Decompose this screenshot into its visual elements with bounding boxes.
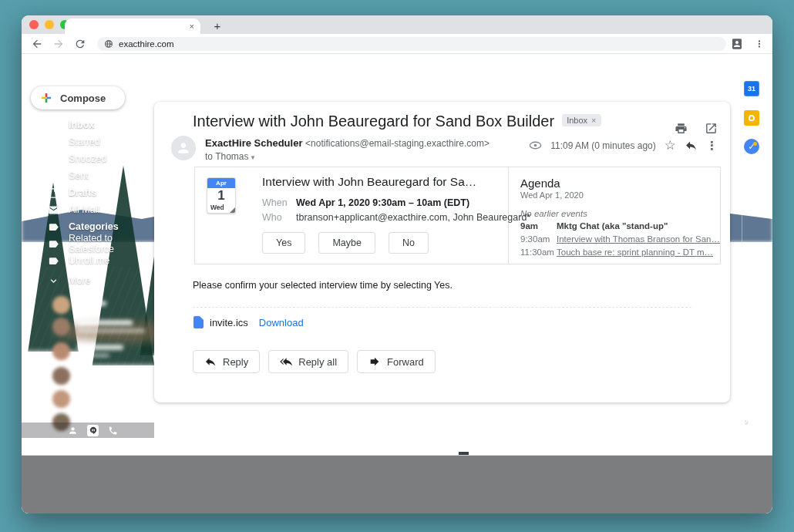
sidebar-item-inbox[interactable]: Inbox 14 — [22, 116, 150, 133]
sidebar-item-unrollme[interactable]: Unroll.me — [22, 252, 150, 269]
mark-unread-icon[interactable] — [286, 82, 299, 95]
sidebar-item-all-mail[interactable]: All Mail — [22, 201, 150, 218]
labels-icon[interactable] — [371, 82, 384, 95]
send-icon — [48, 170, 59, 182]
input-tools-icon[interactable] — [671, 82, 694, 95]
reply-icon[interactable] — [685, 139, 698, 152]
newer-chevron-icon[interactable]: ‹ — [640, 82, 643, 94]
agenda-event-link[interactable]: Interview with Thomas Branson for San… — [557, 234, 720, 244]
sidebar-item-sent[interactable]: Sent — [22, 167, 150, 184]
get-addons-icon[interactable]: + — [743, 187, 760, 202]
label-icon — [48, 221, 59, 233]
browser-tab-bar: × + — [22, 15, 772, 34]
chat-contact[interactable] — [52, 296, 106, 314]
contacts-icon[interactable] — [68, 426, 78, 436]
agenda-event: 11:30am Touch base re: sprint planning -… — [520, 247, 720, 258]
message-more-icon[interactable]: ⋮ — [706, 140, 718, 151]
calendar-icon[interactable]: 31 — [744, 81, 759, 96]
remove-label-icon[interactable]: × — [591, 116, 596, 125]
show-side-panel-chevron[interactable]: › — [745, 415, 748, 426]
site-globe-icon — [104, 39, 113, 49]
inbox-unread-count: 14 — [130, 120, 140, 130]
url-omnibox[interactable]: exacthire.com — [97, 37, 726, 51]
sender-name: ExactHire Scheduler — [205, 137, 302, 149]
compose-label: Compose — [60, 93, 106, 104]
agenda-event: 9am Mktg Chat (aka "stand-up" — [520, 221, 720, 231]
webpage: Compose Inbox 14 Starred Snoozed — [22, 54, 772, 513]
reload-icon[interactable] — [74, 38, 86, 50]
sidebar-item-more[interactable]: More — [22, 272, 150, 289]
print-icon[interactable] — [675, 122, 688, 135]
recipient-line[interactable]: to Thomas ▾ — [205, 151, 254, 162]
file-icon — [193, 316, 204, 328]
compose-button[interactable]: Compose — [31, 86, 125, 109]
sidebar-item-starred[interactable]: Starred — [22, 133, 150, 150]
snooze-icon[interactable] — [315, 82, 328, 95]
delete-icon[interactable] — [258, 82, 271, 95]
back-to-inbox-icon[interactable] — [168, 82, 181, 95]
clock-icon — [48, 153, 59, 165]
keep-icon[interactable] — [744, 110, 759, 126]
browser-address-bar: exacthire.com — [22, 34, 772, 54]
agenda-event-link[interactable]: Touch base re: sprint planning - DT m… — [557, 247, 713, 258]
chat-contact[interactable] — [52, 390, 117, 408]
rsvp-yes-button[interactable]: Yes — [262, 232, 305, 254]
minimize-window-button[interactable] — [45, 20, 54, 29]
reply-button[interactable]: Reply — [193, 350, 260, 373]
open-in-new-icon[interactable] — [705, 122, 718, 135]
tab-close-icon[interactable]: × — [190, 22, 194, 31]
close-window-button[interactable] — [29, 20, 39, 29]
rsvp-maybe-button[interactable]: Maybe — [318, 232, 375, 254]
sidebar-item-drafts[interactable]: Drafts — [22, 184, 150, 201]
move-to-icon[interactable] — [342, 82, 355, 95]
invite-title: Interview with John Beauregard for Sa… — [262, 175, 500, 189]
forward-arrow-icon — [368, 355, 381, 368]
more-options-icon[interactable] — [398, 82, 409, 95]
profile-badge-icon[interactable] — [731, 38, 743, 50]
calendar-invite-card: Apr 1 Wed Interview with John Beauregard… — [194, 167, 721, 264]
chat-contact[interactable] — [52, 342, 123, 360]
browser-tab[interactable]: × — [65, 19, 200, 34]
forward-button[interactable]: Forward — [357, 350, 436, 373]
inbox-label-chip[interactable]: Inbox× — [562, 114, 601, 126]
reply-arrow-icon — [204, 355, 217, 368]
reply-all-button[interactable]: Reply all — [268, 350, 348, 373]
chat-contact[interactable] — [52, 367, 130, 385]
settings-gear-icon[interactable] — [706, 82, 719, 95]
tasks-icon[interactable]: ✓ — [744, 139, 759, 154]
sender-avatar[interactable] — [171, 136, 196, 160]
back-icon[interactable] — [31, 38, 43, 50]
browser-menu-icon[interactable] — [754, 39, 765, 49]
rsvp-no-button[interactable]: No — [389, 232, 429, 254]
phone-icon[interactable] — [108, 426, 118, 436]
sender-email: <notifications@email-staging.exacthire.c… — [305, 138, 490, 149]
sidebar-item-snoozed[interactable]: Snoozed — [22, 150, 150, 167]
reply-all-arrow-icon — [280, 355, 292, 368]
inbox-icon — [48, 120, 59, 131]
hangouts-icon[interactable] — [87, 425, 99, 436]
new-tab-button[interactable]: + — [210, 18, 225, 33]
sidebar-bottom-bar — [22, 423, 154, 438]
sidebar-nav: Inbox 14 Starred Snoozed Sent — [22, 116, 150, 289]
attachment-download-link[interactable]: Download — [259, 317, 304, 328]
browser-window: × + exacthire.com — [22, 15, 772, 513]
archive-icon[interactable] — [201, 82, 214, 95]
star-message-icon[interactable]: ☆ — [664, 139, 676, 152]
forward-icon[interactable] — [52, 38, 65, 50]
envelope-icon — [48, 204, 59, 216]
url-text: exacthire.com — [119, 39, 174, 49]
agenda-date: Wed Apr 1, 2020 — [520, 190, 720, 200]
message-toolbar: 1 of 828 ‹ › — [154, 74, 730, 102]
star-icon — [48, 136, 59, 148]
side-panel-separator — [745, 170, 759, 170]
sidebar-item-related-to-salesforce[interactable]: Related to Salesforce — [22, 235, 150, 252]
report-spam-icon[interactable] — [230, 82, 243, 95]
drafts-icon — [48, 187, 59, 199]
attachment-name[interactable]: invite.ics — [210, 317, 248, 328]
older-chevron-icon[interactable]: › — [656, 82, 659, 94]
side-panel-divider — [742, 74, 742, 438]
chat-contact[interactable] — [52, 318, 145, 335]
label-icon — [48, 255, 59, 267]
page-gray-footer — [22, 456, 772, 513]
email-body-text: Please confirm your selected interview t… — [193, 280, 453, 291]
